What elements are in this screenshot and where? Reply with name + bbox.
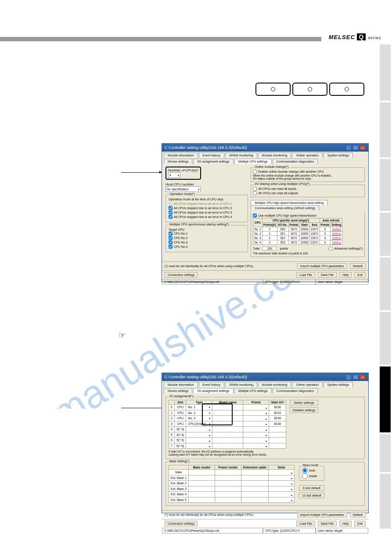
exit-button[interactable]: Exit <box>354 521 366 526</box>
type-select[interactable] <box>188 445 210 448</box>
tab-online-operation[interactable]: Online operation <box>292 152 322 158</box>
sync-item[interactable]: CPU No.4 <box>169 245 245 249</box>
tab-io-assignment[interactable]: I/O assignment settings <box>193 388 233 393</box>
switch-settings-button[interactable]: Switch settings <box>290 400 319 406</box>
points-select[interactable] <box>245 423 267 426</box>
use-hs-check[interactable]: Use multiple CPU high speed transmission <box>253 214 363 218</box>
tab-multiple-cpu[interactable]: Multiple CPU settings <box>234 159 272 164</box>
points-select[interactable] <box>245 406 267 410</box>
base-mode-detail[interactable]: Detail <box>302 473 321 479</box>
type-select[interactable] <box>188 434 210 437</box>
tab-system-settings[interactable]: System settings <box>324 152 353 158</box>
advanced-settings-check[interactable]: Advanced settings(*) <box>329 247 363 250</box>
side-tab[interactable] <box>380 213 391 256</box>
type-select[interactable]: No. 3 <box>188 417 210 420</box>
setting-link[interactable]: Setting <box>332 232 341 235</box>
load-file-button[interactable]: Load File <box>296 272 315 278</box>
table-row: Ext. Base 2 <box>169 481 295 486</box>
tab-event-history[interactable]: Event history <box>199 152 224 158</box>
tab-system-settings[interactable]: System settings <box>324 382 353 387</box>
default-button[interactable]: Default <box>350 263 366 269</box>
tab-sram-monitoring[interactable]: SRAM monitoring <box>225 382 257 387</box>
connection-settings-button[interactable]: Connection settings <box>165 272 198 278</box>
load-file-button[interactable]: Load File <box>296 521 315 526</box>
default-button[interactable]: Default <box>350 512 366 518</box>
connection-settings-button[interactable]: Connection settings <box>165 521 198 526</box>
points-select[interactable] <box>245 412 267 415</box>
opmode-row[interactable]: All CPUs stopped due to an error in CPU … <box>169 202 245 206</box>
type-select[interactable]: No. 2 <box>188 411 210 414</box>
import-params-button[interactable]: Import multiple CPU parameters <box>297 263 347 269</box>
io-share-inputs[interactable]: All CPUs can read all inputs <box>253 187 363 191</box>
slots-select[interactable] <box>270 488 292 491</box>
side-tab[interactable] <box>380 258 391 310</box>
tab-comm-diagnostics[interactable]: Communication diagnostics <box>273 388 318 393</box>
close-button[interactable]: × <box>360 145 366 150</box>
slots-select[interactable] <box>270 499 292 502</box>
tab-comm-area[interactable]: Communication area setting (refresh sett… <box>251 205 319 210</box>
type-select[interactable] <box>188 428 210 432</box>
detailed-settings-button[interactable]: Detailed settings <box>290 407 319 413</box>
tab-module-monitoring[interactable]: Module monitoring <box>258 382 291 387</box>
slots-select[interactable] <box>270 493 292 497</box>
tab-module-information[interactable]: Module information <box>164 382 198 387</box>
side-tab[interactable] <box>380 102 391 157</box>
side-tab[interactable] <box>380 312 391 365</box>
tab-comm-diagnostics[interactable]: Communication diagnostics <box>273 159 318 164</box>
points-select[interactable] <box>245 434 267 437</box>
points-select[interactable] <box>245 439 267 443</box>
save-file-button[interactable]: Save File <box>318 272 337 278</box>
host-cpu-select[interactable]: No specification <box>165 186 201 192</box>
num-cpus-select[interactable]: 4 <box>168 172 180 178</box>
io-share-outputs[interactable]: All CPUs can read all outputs <box>253 191 363 195</box>
exit-button[interactable]: Exit <box>354 272 366 278</box>
setting-link[interactable]: Setting <box>332 228 341 231</box>
maximize-button[interactable]: □ <box>352 145 359 150</box>
side-tab[interactable] <box>380 159 391 211</box>
setting-link[interactable]: Setting <box>332 236 341 239</box>
opmode-row[interactable]: All CPUs stopped due to an error in CPU … <box>169 210 245 214</box>
save-file-button[interactable]: Save File <box>318 521 337 526</box>
tab-event-history[interactable]: Event history <box>199 382 224 387</box>
side-tab-active[interactable] <box>380 366 391 432</box>
slots-select[interactable] <box>270 472 292 475</box>
import-params-button[interactable]: Import multiple CPU parameters <box>297 512 347 518</box>
slots-select[interactable] <box>270 477 292 480</box>
slots-select[interactable] <box>270 482 292 486</box>
tab-io-assignment[interactable]: I/O assignment settings <box>193 159 233 164</box>
opmode-row[interactable]: All CPUs stopped due to an error in CPU … <box>169 206 245 210</box>
minimize-button[interactable]: _ <box>345 145 352 150</box>
tab-module-monitoring[interactable]: Module monitoring <box>258 152 291 158</box>
base-mode-auto[interactable]: Auto <box>302 468 321 473</box>
side-tab[interactable] <box>380 44 391 101</box>
tab-online-operation[interactable]: Online operation <box>292 382 322 387</box>
points-select[interactable] <box>245 445 267 448</box>
points-select[interactable] <box>245 417 267 421</box>
maximize-button[interactable]: □ <box>352 374 359 380</box>
type-select[interactable]: CPU (Empty) <box>188 422 210 425</box>
minimize-button[interactable]: _ <box>345 374 352 380</box>
slot-12-default-button[interactable]: 12 slot default <box>299 493 324 498</box>
points-select[interactable] <box>245 428 267 432</box>
online-change-check[interactable]: Enable online module change with another… <box>253 170 363 174</box>
tab-device-settings[interactable]: Device settings <box>164 388 192 393</box>
setting-link[interactable]: Setting <box>332 241 341 244</box>
tab-device-settings[interactable]: Device settings <box>164 159 192 164</box>
help-button[interactable]: Help <box>339 272 352 278</box>
type-select[interactable] <box>188 439 210 443</box>
tab-hs-area[interactable]: Multiple CPU high-speed transmission are… <box>251 200 327 205</box>
side-tab[interactable] <box>380 434 391 472</box>
tab-module-information[interactable]: Module information <box>164 152 198 158</box>
total-unit: points <box>280 247 288 250</box>
tab-multiple-cpu[interactable]: Multiple CPU settings <box>234 388 272 393</box>
close-button[interactable]: × <box>360 374 366 380</box>
sync-item[interactable]: CPU No.3 <box>169 240 245 244</box>
sync-item[interactable]: CPU No.1 <box>169 232 245 236</box>
opmode-row[interactable]: All CPUs stopped due to an error in CPU … <box>169 215 245 219</box>
side-tab[interactable] <box>380 474 391 529</box>
help-button[interactable]: Help <box>339 521 352 526</box>
sync-item[interactable]: CPU No.2 <box>169 236 245 240</box>
type-select[interactable]: No. 1 <box>188 406 210 409</box>
tab-sram-monitoring[interactable]: SRAM monitoring <box>225 152 257 158</box>
slot-8-default-button[interactable]: 8 slot default <box>299 485 324 491</box>
